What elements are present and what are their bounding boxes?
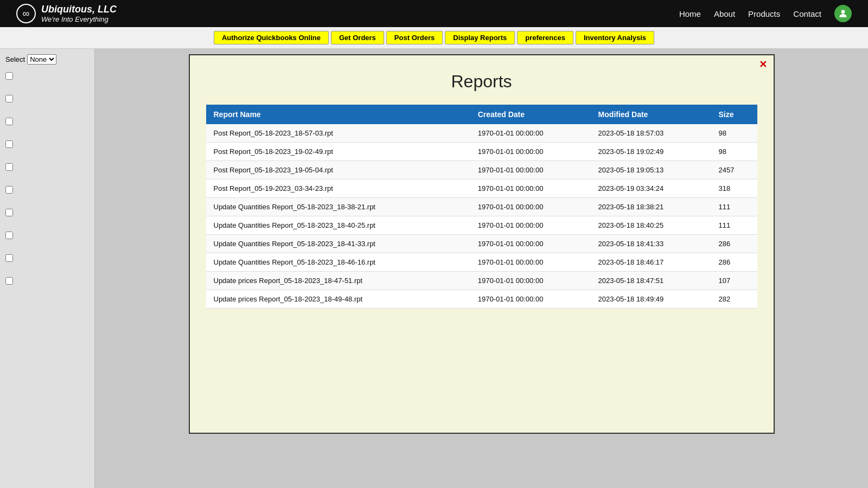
btn-post-orders[interactable]: Post Orders [386, 31, 443, 44]
table-row[interactable]: Post Report_05-19-2023_03-34-23.rpt 1970… [206, 179, 757, 198]
modal-title: Reports [206, 72, 757, 92]
cell-name: Update Quantities Report_05-18-2023_18-4… [206, 235, 470, 253]
svg-point-0 [841, 10, 845, 14]
nav-products[interactable]: Products [748, 9, 780, 18]
sidebar-checkbox-8[interactable] [5, 232, 13, 239]
reports-table: Report Name Created Date Modified Date S… [206, 105, 757, 309]
cell-size: 318 [711, 179, 757, 198]
sidebar-checkbox-9[interactable] [5, 254, 13, 262]
cell-size: 98 [711, 124, 757, 143]
cell-name: Post Report_05-18-2023_18-57-03.rpt [206, 124, 470, 143]
reports-modal: ✕ Reports Report Name Created Date Modif… [189, 54, 775, 434]
company-tagline: We're Into Everything [41, 15, 117, 23]
cell-modified: 2023-05-18 18:57:03 [591, 124, 711, 143]
cell-name: Post Report_05-19-2023_03-34-23.rpt [206, 179, 470, 198]
table-row[interactable]: Update prices Report_05-18-2023_18-47-51… [206, 272, 757, 290]
cell-size: 107 [711, 272, 757, 290]
user-avatar[interactable] [834, 5, 852, 22]
menu-bar: Authorize Quickbooks Online Get Orders P… [0, 27, 868, 49]
nav-about[interactable]: About [714, 9, 735, 18]
sidebar-checkbox-3[interactable] [5, 118, 13, 125]
cell-created: 1970-01-01 00:00:00 [470, 216, 591, 235]
btn-inventory-analysis[interactable]: Inventory Analysis [576, 31, 654, 44]
cell-created: 1970-01-01 00:00:00 [470, 161, 591, 179]
select-label: Select [5, 55, 25, 63]
nav-contact[interactable]: Contact [793, 9, 821, 18]
cell-created: 1970-01-01 00:00:00 [470, 179, 591, 198]
content-area: Select None All ✕ Reports [0, 49, 868, 488]
table-row[interactable]: Update prices Report_05-18-2023_18-49-48… [206, 290, 757, 309]
cell-created: 1970-01-01 00:00:00 [470, 143, 591, 161]
sidebar-checkboxes [5, 70, 89, 285]
cell-created: 1970-01-01 00:00:00 [470, 253, 591, 272]
cell-created: 1970-01-01 00:00:00 [470, 198, 591, 216]
select-control: Select None All [5, 54, 89, 65]
sidebar-checkbox-2[interactable] [5, 95, 13, 102]
top-nav: Home About Products Contact [679, 5, 852, 22]
nav-home[interactable]: Home [679, 9, 701, 18]
cell-size: 282 [711, 290, 757, 309]
select-dropdown[interactable]: None All [27, 54, 56, 65]
left-sidebar: Select None All [0, 49, 95, 488]
table-body: Post Report_05-18-2023_18-57-03.rpt 1970… [206, 124, 757, 309]
cell-name: Update Quantities Report_05-18-2023_18-4… [206, 216, 470, 235]
btn-get-orders[interactable]: Get Orders [331, 31, 384, 44]
cell-name: Update prices Report_05-18-2023_18-49-48… [206, 290, 470, 309]
sidebar-checkbox-10[interactable] [5, 277, 13, 285]
sidebar-checkbox-5[interactable] [5, 163, 13, 171]
sidebar-checkbox-6[interactable] [5, 186, 13, 194]
col-header-modified: Modified Date [591, 105, 711, 124]
cell-created: 1970-01-01 00:00:00 [470, 235, 591, 253]
btn-authorize-quickbooks[interactable]: Authorize Quickbooks Online [214, 31, 329, 44]
sidebar-checkbox-7[interactable] [5, 209, 13, 216]
table-row[interactable]: Update Quantities Report_05-18-2023_18-4… [206, 216, 757, 235]
logo-icon: ∞ [16, 4, 36, 23]
cell-size: 2457 [711, 161, 757, 179]
modal-close-button[interactable]: ✕ [759, 60, 767, 69]
cell-name: Update prices Report_05-18-2023_18-47-51… [206, 272, 470, 290]
top-bar: ∞ Ubiquitous, LLC We're Into Everything … [0, 0, 868, 27]
cell-modified: 2023-05-18 18:46:17 [591, 253, 711, 272]
btn-display-reports[interactable]: Display Reports [445, 31, 515, 44]
table-row[interactable]: Update Quantities Report_05-18-2023_18-4… [206, 253, 757, 272]
cell-name: Update Quantities Report_05-18-2023_18-4… [206, 253, 470, 272]
table-row[interactable]: Update Quantities Report_05-18-2023_18-3… [206, 198, 757, 216]
cell-created: 1970-01-01 00:00:00 [470, 124, 591, 143]
cell-modified: 2023-05-18 19:02:49 [591, 143, 711, 161]
sidebar-checkbox-1[interactable] [5, 72, 13, 80]
cell-modified: 2023-05-18 18:47:51 [591, 272, 711, 290]
table-row[interactable]: Post Report_05-18-2023_18-57-03.rpt 1970… [206, 124, 757, 143]
cell-size: 286 [711, 235, 757, 253]
logo-area: ∞ Ubiquitous, LLC We're Into Everything [16, 4, 117, 23]
cell-name: Post Report_05-18-2023_19-02-49.rpt [206, 143, 470, 161]
cell-size: 111 [711, 216, 757, 235]
table-header: Report Name Created Date Modified Date S… [206, 105, 757, 124]
cell-created: 1970-01-01 00:00:00 [470, 290, 591, 309]
logo-text: Ubiquitous, LLC We're Into Everything [41, 4, 117, 23]
table-row[interactable]: Post Report_05-18-2023_19-02-49.rpt 1970… [206, 143, 757, 161]
sidebar-checkbox-4[interactable] [5, 140, 13, 148]
col-header-size: Size [711, 105, 757, 124]
modal-wrapper: ✕ Reports Report Name Created Date Modif… [95, 49, 868, 488]
cell-modified: 2023-05-18 18:38:21 [591, 198, 711, 216]
btn-preferences[interactable]: preferences [517, 31, 573, 44]
col-header-name: Report Name [206, 105, 470, 124]
cell-name: Update Quantities Report_05-18-2023_18-3… [206, 198, 470, 216]
cell-size: 98 [711, 143, 757, 161]
table-row[interactable]: Update Quantities Report_05-18-2023_18-4… [206, 235, 757, 253]
cell-modified: 2023-05-18 18:49:49 [591, 290, 711, 309]
cell-size: 286 [711, 253, 757, 272]
company-name: Ubiquitous, LLC [41, 4, 117, 15]
cell-size: 111 [711, 198, 757, 216]
cell-modified: 2023-05-18 18:41:33 [591, 235, 711, 253]
cell-created: 1970-01-01 00:00:00 [470, 272, 591, 290]
col-header-created: Created Date [470, 105, 591, 124]
cell-modified: 2023-05-19 03:34:24 [591, 179, 711, 198]
cell-modified: 2023-05-18 19:05:13 [591, 161, 711, 179]
table-row[interactable]: Post Report_05-18-2023_19-05-04.rpt 1970… [206, 161, 757, 179]
cell-modified: 2023-05-18 18:40:25 [591, 216, 711, 235]
cell-name: Post Report_05-18-2023_19-05-04.rpt [206, 161, 470, 179]
